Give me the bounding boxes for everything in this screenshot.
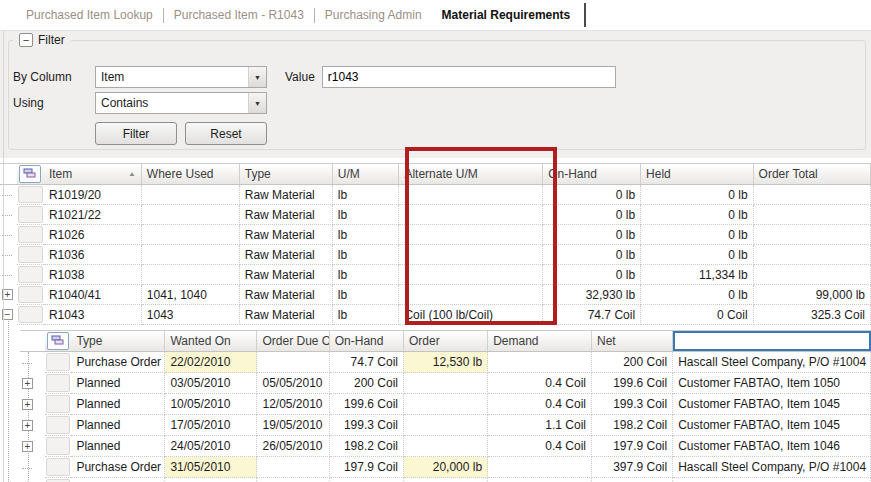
cell-onhand[interactable]: 397.9 Coil bbox=[330, 478, 404, 482]
cell-onhand[interactable]: 0 lb bbox=[543, 225, 641, 245]
tab-purchased-item-r1043[interactable]: Purchased Item - R1043 bbox=[164, 8, 314, 22]
row-selector[interactable] bbox=[17, 185, 44, 205]
row-selector[interactable] bbox=[17, 245, 44, 265]
cell-onhand[interactable]: 197.9 Coil bbox=[330, 457, 404, 478]
collapse-icon[interactable]: − bbox=[19, 33, 33, 47]
table-row[interactable]: R1036Raw Materiallb0 lb0 lb bbox=[0, 245, 871, 265]
cell-desc[interactable]: Hascall Steel Company, P/O #1004 bbox=[673, 352, 871, 373]
cell-due[interactable]: 05/05/2010 bbox=[257, 373, 329, 394]
cell-item[interactable]: R1019/20 bbox=[44, 185, 142, 205]
row-selector-box[interactable] bbox=[46, 416, 71, 434]
cell-desc[interactable]: Customer FABTAO, Item 1050 bbox=[673, 373, 871, 394]
cell-type[interactable]: Planned bbox=[71, 415, 165, 436]
cell-total[interactable] bbox=[754, 265, 871, 285]
cell-type[interactable]: Purchase Order bbox=[71, 457, 165, 478]
reset-button[interactable]: Reset bbox=[185, 122, 267, 145]
row-selector-box[interactable] bbox=[18, 206, 43, 223]
row-selector-box[interactable] bbox=[46, 395, 71, 413]
cell-order[interactable] bbox=[404, 394, 488, 415]
cell-type[interactable]: Raw Material bbox=[240, 225, 333, 245]
cell-wanted[interactable]: 24/05/2010 bbox=[165, 436, 257, 457]
cell-onhand[interactable]: 74.7 Coil bbox=[543, 305, 641, 325]
expand-button[interactable]: + bbox=[22, 378, 33, 389]
cell-onhand[interactable]: 198.2 Coil bbox=[330, 436, 404, 457]
cell-order[interactable] bbox=[404, 478, 488, 482]
cell-type[interactable]: Planned bbox=[71, 436, 165, 457]
cell-onhand[interactable]: 74.7 Coil bbox=[330, 352, 404, 373]
cell-alt[interactable] bbox=[399, 225, 543, 245]
table-row[interactable]: R1019/20Raw Materiallb0 lb0 lb bbox=[0, 185, 871, 205]
cell-where[interactable] bbox=[142, 205, 240, 225]
column-header-order-total[interactable]: Order Total bbox=[754, 164, 871, 184]
cell-due[interactable]: 12/05/2010 bbox=[257, 394, 329, 415]
table-row[interactable]: +Planned17/05/201019/05/2010199.3 Coil1.… bbox=[20, 415, 871, 436]
expand-button[interactable]: + bbox=[22, 399, 33, 410]
chevron-down-icon[interactable]: ▼ bbox=[248, 93, 266, 113]
filter-button[interactable]: Filter bbox=[95, 122, 177, 145]
cell-desc[interactable]: Customer FABTAO, Item 1046 bbox=[673, 436, 871, 457]
cell-net[interactable]: 199.6 Coil bbox=[592, 373, 673, 394]
table-row[interactable]: R1038Raw Materiallb0 lb11,334 lb bbox=[0, 265, 871, 285]
cell-held[interactable]: 11,334 lb bbox=[641, 265, 754, 285]
row-selector[interactable] bbox=[45, 373, 72, 394]
using-dropdown[interactable]: Contains ▼ bbox=[95, 92, 267, 114]
cell-alt[interactable] bbox=[399, 265, 543, 285]
cell-net[interactable]: 198.2 Coil bbox=[592, 415, 673, 436]
cell-demand[interactable]: 0.4 Coil bbox=[488, 394, 592, 415]
cell-where[interactable] bbox=[142, 185, 240, 205]
cell-order[interactable] bbox=[404, 436, 488, 457]
cell-held[interactable]: 0 lb bbox=[641, 225, 754, 245]
cell-total[interactable] bbox=[754, 245, 871, 265]
column-header-alternate-um[interactable]: Alternate U/M bbox=[399, 164, 543, 184]
cell-total[interactable] bbox=[754, 185, 871, 205]
cell-demand[interactable]: 1.1 Coil bbox=[488, 415, 592, 436]
cell-wanted[interactable]: 10/05/2010 bbox=[165, 394, 257, 415]
cell-held[interactable]: 0 lb bbox=[641, 285, 754, 305]
cell-where[interactable]: 1043 bbox=[142, 305, 240, 325]
cell-type[interactable]: Raw Material bbox=[240, 285, 333, 305]
column-header-order[interactable]: Order bbox=[404, 331, 488, 351]
row-selector-box[interactable] bbox=[18, 266, 43, 283]
cell-demand[interactable] bbox=[488, 457, 592, 478]
row-selector-box[interactable] bbox=[18, 306, 43, 323]
table-row[interactable]: Purchase Order31/05/2010197.9 Coil20,000… bbox=[20, 457, 871, 478]
column-header-description-selected[interactable] bbox=[673, 331, 871, 351]
cell-type[interactable]: Raw Material bbox=[240, 185, 333, 205]
cell-due[interactable]: 19/05/2010 bbox=[257, 415, 329, 436]
table-row[interactable]: +Planned24/05/201026/05/2010198.2 Coil0.… bbox=[20, 436, 871, 457]
chevron-down-icon[interactable]: ▼ bbox=[248, 67, 266, 87]
cell-total[interactable]: 99,000 lb bbox=[754, 285, 871, 305]
row-selector-box[interactable] bbox=[46, 458, 71, 476]
cell-net[interactable]: 197.9 Coil bbox=[592, 436, 673, 457]
value-input[interactable] bbox=[322, 66, 616, 88]
cell-type[interactable]: Planned bbox=[71, 394, 165, 415]
cell-wanted[interactable]: 31/05/2010 bbox=[165, 478, 257, 482]
cell-where[interactable] bbox=[142, 245, 240, 265]
column-header-on-hand[interactable]: On-Hand bbox=[543, 164, 641, 184]
table-row[interactable]: +Planned03/05/201005/05/2010200 Coil0.4 … bbox=[20, 373, 871, 394]
column-header-order-due-on[interactable]: Order Due O bbox=[257, 331, 329, 351]
table-row[interactable]: +R1040/411041, 1040Raw Materiallb32,930 … bbox=[0, 285, 871, 305]
cell-um[interactable]: lb bbox=[333, 285, 400, 305]
cell-due[interactable]: 04/06/2010 bbox=[257, 478, 329, 482]
cell-type[interactable]: Raw Material bbox=[240, 265, 333, 285]
row-selector[interactable] bbox=[45, 352, 72, 373]
cell-item[interactable]: R1036 bbox=[44, 245, 142, 265]
cell-item[interactable]: R1043 bbox=[44, 305, 142, 325]
row-selector[interactable] bbox=[45, 394, 72, 415]
cell-alt[interactable] bbox=[399, 185, 543, 205]
cell-demand[interactable]: 0.4 Coil bbox=[488, 373, 592, 394]
cell-type[interactable]: Planned bbox=[71, 478, 165, 482]
cell-alt[interactable] bbox=[399, 285, 543, 305]
cell-item[interactable]: R1026 bbox=[44, 225, 142, 245]
cell-held[interactable]: 0 lb bbox=[641, 205, 754, 225]
column-header-um[interactable]: U/M bbox=[333, 164, 400, 184]
column-header-held[interactable]: Held bbox=[641, 164, 754, 184]
cell-um[interactable]: lb bbox=[333, 225, 400, 245]
cell-total[interactable]: 325.3 Coil bbox=[754, 305, 871, 325]
cell-order[interactable] bbox=[404, 415, 488, 436]
cell-wanted[interactable]: 22/02/2010 bbox=[165, 352, 257, 373]
row-selector[interactable] bbox=[17, 265, 44, 285]
tab-material-requirements[interactable]: Material Requirements bbox=[432, 8, 581, 22]
cell-type[interactable]: Raw Material bbox=[240, 205, 333, 225]
